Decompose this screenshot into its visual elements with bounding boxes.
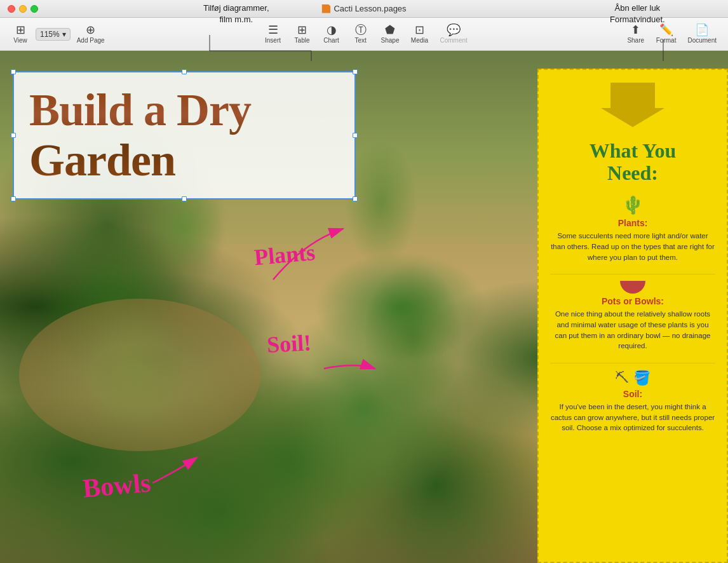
document-icon xyxy=(321,4,330,13)
view-icon: ⊞ xyxy=(16,24,25,36)
bowl-icon xyxy=(620,281,645,294)
plant-icon: 🌵 xyxy=(550,194,715,215)
handle-bm[interactable] xyxy=(182,196,187,201)
share-button[interactable]: ⬆ Share xyxy=(622,22,650,46)
shovel-icon: ⛏ 🪣 xyxy=(550,370,715,386)
chart-icon: ◑ xyxy=(327,24,337,36)
divider-1 xyxy=(550,274,715,275)
handle-tm[interactable] xyxy=(182,69,187,74)
chevron-down-icon: ▾ xyxy=(62,30,66,39)
plants-title: Plants: xyxy=(550,218,715,228)
zoom-control[interactable]: 115% ▾ xyxy=(36,28,71,41)
view-button[interactable]: ⊞ View xyxy=(6,22,34,46)
plants-section: 🌵 Plants: Some succulents need more ligh… xyxy=(550,194,715,262)
add-page-button[interactable]: ⊕ Add Page xyxy=(72,22,110,46)
window-title: Cacti Lesson.pages xyxy=(321,4,406,13)
svg-marker-4 xyxy=(601,83,664,127)
comment-icon: 💬 xyxy=(447,24,461,36)
text-icon: Ⓣ xyxy=(355,24,367,36)
insert-button[interactable]: ☰ Insert xyxy=(259,22,287,46)
down-arrow xyxy=(550,83,715,130)
soil-title: Soil: xyxy=(550,389,715,399)
handle-tl[interactable] xyxy=(11,69,16,74)
share-icon: ⬆ xyxy=(631,24,640,36)
shape-button[interactable]: ⬟ Shape xyxy=(376,22,405,46)
traffic-lights xyxy=(0,5,38,13)
chart-button[interactable]: ◑ Chart xyxy=(318,22,346,46)
title-bar: Cacti Lesson.pages xyxy=(0,0,728,18)
pots-title: Pots or Bowls: xyxy=(550,296,715,306)
toolbar-center: ☰ Insert ⊞ Table ◑ Chart Ⓣ Text ⬟ Shape … xyxy=(240,22,492,46)
panel-heading: What You Need: xyxy=(550,140,715,184)
arrow-down-svg xyxy=(601,83,664,127)
plants-body: Some succulents need more light and/or w… xyxy=(550,231,715,262)
close-button[interactable] xyxy=(8,5,15,13)
handle-bl[interactable] xyxy=(11,196,16,201)
media-icon: ⊡ xyxy=(415,24,424,36)
add-page-icon: ⊕ xyxy=(86,24,95,36)
canvas: Build a Dry Garden What You Need: 🌵 Plan… xyxy=(0,51,728,563)
soil-body: If you've been in the desert, you might … xyxy=(550,402,715,433)
shape-icon: ⬟ xyxy=(385,24,395,36)
info-panel: What You Need: 🌵 Plants: Some succulents… xyxy=(537,69,728,563)
insert-icon: ☰ xyxy=(268,24,278,36)
media-button[interactable]: ⊡ Media xyxy=(405,22,433,46)
divider-2 xyxy=(550,363,715,363)
table-icon: ⊞ xyxy=(297,24,307,36)
format-icon: ✏️ xyxy=(659,24,673,36)
soil-section: ⛏ 🪣 Soil: If you've been in the desert, … xyxy=(550,370,715,433)
document-button[interactable]: 📄 Document xyxy=(682,22,722,46)
toolbar-right: ⬆ Share ✏️ Format 📄 Document xyxy=(622,22,722,46)
fullscreen-button[interactable] xyxy=(30,5,38,13)
handle-ml[interactable] xyxy=(11,133,16,138)
pots-section: Pots or Bowls: One nice thing about the … xyxy=(550,281,715,351)
handle-mr[interactable] xyxy=(353,133,358,138)
title-text-box[interactable]: Build a Dry Garden xyxy=(13,71,356,200)
minimize-button[interactable] xyxy=(19,5,27,13)
pots-body: One nice thing about the relatively shal… xyxy=(550,309,715,351)
document-icon2: 📄 xyxy=(695,24,709,36)
toolbar-left: ⊞ View 115% ▾ ⊕ Add Page xyxy=(6,22,110,46)
toolbar: ⊞ View 115% ▾ ⊕ Add Page ☰ Insert ⊞ Tabl… xyxy=(0,18,728,51)
comment-button[interactable]: 💬 Comment xyxy=(435,22,472,46)
text-button[interactable]: Ⓣ Text xyxy=(347,22,375,46)
handle-tr[interactable] xyxy=(353,69,358,74)
handle-br[interactable] xyxy=(353,196,358,201)
title-text: Build a Dry Garden xyxy=(29,85,339,186)
table-button[interactable]: ⊞ Table xyxy=(288,22,316,46)
format-button[interactable]: ✏️ Format xyxy=(651,22,682,46)
